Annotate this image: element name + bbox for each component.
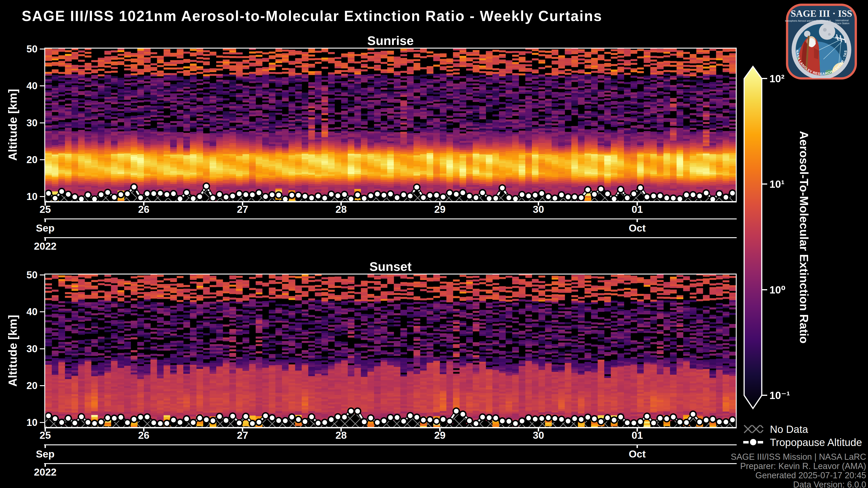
- y-tick: [40, 311, 45, 312]
- day-label: 27: [227, 430, 258, 441]
- day-label: 28: [325, 204, 357, 215]
- tropopause-line-icon: [743, 438, 764, 447]
- year-label: 2022: [27, 241, 63, 252]
- year-label: 2022: [27, 467, 63, 478]
- year-separator-line: [44, 463, 737, 464]
- credit-line: Data Version: 6.0.0: [731, 480, 866, 488]
- month-tick: [44, 219, 46, 222]
- day-label: 27: [227, 204, 258, 215]
- colorbar-axis-label: Aerosol-To-Molecular Extinction Ratio: [798, 62, 811, 412]
- logo-subtitle-right-1: International: [835, 19, 848, 22]
- colorbar-tick: [761, 395, 767, 396]
- day-label: 30: [523, 430, 554, 441]
- credit-line: SAGE III/ISS Mission | NASA LaRC: [731, 452, 866, 462]
- day-label: 25: [29, 430, 61, 441]
- legend-tropopause-label: Tropopause Altitude: [770, 436, 862, 448]
- credits-block: SAGE III/ISS Mission | NASA LaRC Prepare…: [731, 452, 866, 488]
- y-tick: [40, 123, 45, 123]
- month-tick: [637, 219, 638, 222]
- day-label: 01: [621, 204, 653, 215]
- day-label: 26: [128, 430, 160, 441]
- credit-line: Generated 2025-07-17 20:45: [731, 471, 866, 480]
- y-tick-label: 40: [0, 79, 37, 92]
- no-data-hatch-icon: [743, 423, 764, 435]
- logo-subtitle-right-2: Space Station: [835, 22, 849, 25]
- logo-subtitle-left: Stratospheric Aerosol and Gas Experiment…: [785, 20, 831, 22]
- sunrise-plot: [44, 48, 737, 202]
- y-tick-label: 20: [0, 379, 37, 392]
- colorbar-canvas: [739, 61, 773, 414]
- y-tick: [40, 385, 45, 386]
- y-tick-label: 30: [0, 343, 37, 355]
- day-label: 01: [621, 430, 653, 441]
- y-tick: [40, 196, 45, 197]
- y-tick: [40, 48, 45, 50]
- y-tick-label: 20: [0, 153, 37, 166]
- sunset-heatmap-canvas: [45, 274, 736, 427]
- month-separator-line: [44, 445, 737, 445]
- sunset-plot: [44, 273, 737, 428]
- year-separator-line: [44, 237, 737, 238]
- panel-title-sunset: Sunset: [44, 259, 737, 274]
- day-label: 26: [128, 204, 160, 215]
- y-tick-label: 40: [0, 305, 37, 318]
- month-tick: [44, 445, 46, 448]
- legend-no-data-label: No Data: [770, 423, 808, 435]
- y-tick-label: 10: [0, 190, 37, 203]
- day-label: 28: [325, 430, 357, 441]
- month-tick: [637, 445, 638, 448]
- y-tick: [40, 348, 45, 349]
- month-label-oct: Oct: [619, 223, 655, 234]
- mission-logo: SAGE III · ISS Stratospheric Aerosol and…: [785, 3, 858, 80]
- month-label-oct: Oct: [619, 449, 655, 459]
- credit-line: Preparer: Kevin R. Leavor (AMA): [731, 462, 866, 471]
- day-label: 25: [29, 204, 61, 215]
- panel-title-sunrise: Sunrise: [44, 33, 737, 48]
- colorbar-tick: [761, 289, 767, 290]
- month-label-sep: Sep: [27, 223, 63, 234]
- month-label-sep: Sep: [27, 449, 63, 459]
- month-separator-line: [44, 219, 737, 219]
- logo-title: SAGE III · ISS: [791, 8, 852, 19]
- y-tick: [40, 86, 45, 86]
- y-tick-label: 10: [0, 416, 37, 429]
- figure-title: SAGE III/ISS 1021nm Aerosol-to-Molecular…: [22, 8, 602, 24]
- y-tick-label: 50: [0, 269, 37, 281]
- sunrise-heatmap-canvas: [45, 48, 736, 201]
- y-tick: [40, 159, 45, 160]
- figure-root: SAGE III/ISS 1021nm Aerosol-to-Molecular…: [0, 0, 868, 488]
- y-tick-label: 50: [0, 43, 37, 55]
- day-label: 29: [424, 430, 456, 441]
- day-label: 29: [424, 204, 456, 215]
- day-label: 30: [523, 204, 554, 215]
- colorbar-tick: [761, 184, 767, 185]
- colorbar-tick: [761, 78, 767, 79]
- y-tick: [40, 274, 45, 275]
- y-tick: [40, 422, 45, 423]
- y-tick-label: 30: [0, 117, 37, 129]
